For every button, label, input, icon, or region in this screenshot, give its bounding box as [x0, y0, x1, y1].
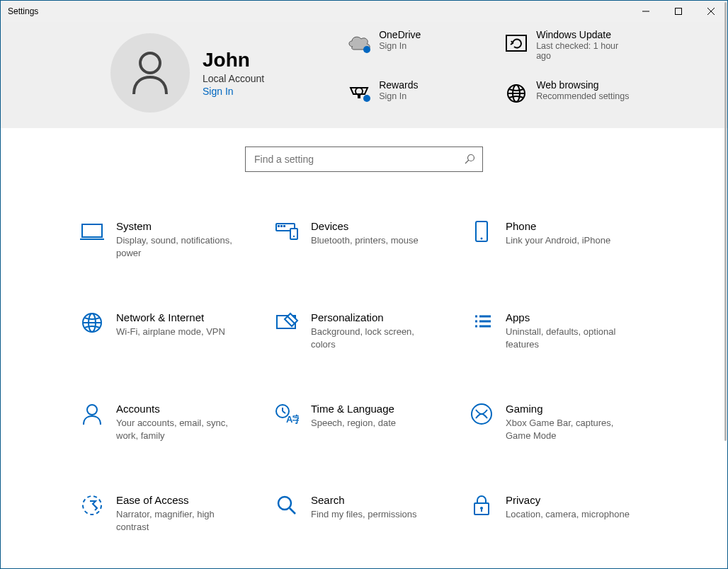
category-sub: Xbox Game Bar, captures, Game Mode	[506, 417, 630, 442]
svg-rect-15	[82, 224, 102, 237]
onedrive-icon	[342, 29, 376, 57]
svg-point-24	[481, 238, 483, 240]
apps-icon	[469, 310, 494, 335]
svg-rect-18	[278, 225, 280, 227]
scrollbar-thumb[interactable]	[724, 2, 727, 441]
quick-title: Rewards	[379, 79, 418, 91]
category-gaming[interactable]: Gaming Xbox Game Bar, captures, Game Mod…	[463, 396, 654, 449]
content-area: System Display, sound, notifications, po…	[1, 128, 727, 554]
category-title: Network & Internet	[116, 311, 225, 323]
category-system[interactable]: System Display, sound, notifications, po…	[74, 213, 265, 266]
quick-web-browsing[interactable]: Web browsing Recommended settings	[499, 79, 641, 113]
devices-icon	[274, 219, 300, 244]
svg-point-9	[363, 95, 370, 102]
privacy-icon	[469, 493, 494, 518]
account-header: John Local Account Sign In OneDrive Sign…	[1, 22, 727, 128]
avatar	[110, 33, 190, 113]
accounts-icon	[79, 401, 105, 427]
svg-point-22	[293, 236, 295, 237]
category-title: Search	[311, 494, 417, 506]
category-title: Time & Language	[311, 403, 396, 415]
svg-point-4	[140, 53, 160, 73]
category-apps[interactable]: Apps Uninstall, defaults, optional featu…	[463, 304, 654, 357]
category-accounts[interactable]: Accounts Your accounts, email, sync, wor…	[74, 396, 265, 449]
quick-title: Web browsing	[536, 79, 629, 91]
category-network[interactable]: Network & Internet Wi-Fi, airplane mode,…	[74, 304, 265, 357]
category-time-language[interactable]: A字 Time & Language Speech, region, date	[268, 396, 460, 449]
svg-rect-1	[676, 8, 682, 15]
svg-point-36	[87, 405, 97, 415]
category-devices[interactable]: Devices Bluetooth, printers, mouse	[268, 213, 460, 266]
profile-subtitle: Local Account	[203, 73, 264, 84]
svg-line-14	[465, 160, 469, 163]
user-icon	[130, 50, 171, 96]
category-phone[interactable]: Phone Link your Android, iPhone	[463, 213, 654, 266]
categories-grid: System Display, sound, notifications, po…	[74, 213, 654, 554]
close-icon	[707, 7, 715, 16]
window-title: Settings	[8, 6, 38, 16]
category-sub: Wi-Fi, airplane mode, VPN	[116, 326, 225, 338]
search-icon	[464, 154, 475, 165]
maximize-icon	[674, 7, 683, 16]
svg-point-5	[363, 46, 370, 53]
category-sub: Location, camera, microphone	[506, 508, 630, 521]
quick-cards: OneDrive Sign In Windows Update Last che…	[342, 29, 641, 113]
profile-block: John Local Account Sign In	[110, 33, 264, 113]
quick-title: Windows Update	[536, 29, 635, 40]
quick-rewards[interactable]: Rewards Sign In	[342, 79, 484, 113]
globe-icon	[499, 79, 533, 108]
category-privacy[interactable]: Privacy Location, camera, microphone	[463, 487, 654, 540]
quick-windows-update[interactable]: Windows Update Last checked: 1 hour ago	[499, 29, 641, 67]
category-personalization[interactable]: Personalization Background, lock screen,…	[268, 304, 460, 357]
personalization-icon	[274, 310, 300, 335]
update-icon	[499, 29, 533, 57]
category-sub: Bluetooth, printers, mouse	[311, 234, 419, 247]
category-title: Personalization	[311, 311, 436, 323]
maximize-button[interactable]	[662, 1, 695, 22]
category-sub: Background, lock screen, colors	[311, 326, 436, 350]
titlebar: Settings	[1, 1, 727, 22]
network-icon	[79, 310, 105, 335]
category-search[interactable]: Search Find my files, permissions	[268, 487, 460, 540]
search-input[interactable]	[253, 153, 464, 166]
quick-sub: Last checked: 1 hour ago	[536, 41, 635, 61]
svg-line-44	[290, 508, 295, 514]
scrollbar[interactable]	[723, 1, 727, 568]
svg-rect-19	[280, 225, 283, 227]
category-ease-of-access[interactable]: Ease of Access Narrator, magnifier, high…	[74, 487, 265, 540]
search-category-icon	[274, 493, 300, 518]
category-sub: Speech, region, date	[311, 417, 396, 430]
quick-sub: Sign In	[379, 41, 421, 51]
category-sub: Narrator, magnifier, high contrast	[116, 508, 241, 533]
quick-sub: Recommended settings	[536, 91, 629, 101]
quick-sub: Sign In	[379, 91, 418, 101]
category-title: System	[116, 220, 241, 232]
minimize-icon	[642, 7, 650, 16]
category-title: Ease of Access	[116, 494, 241, 506]
search-box[interactable]	[245, 146, 483, 172]
profile-sign-in-link[interactable]: Sign In	[203, 86, 234, 97]
quick-onedrive[interactable]: OneDrive Sign In	[342, 29, 484, 67]
minimize-button[interactable]	[630, 1, 662, 22]
system-icon	[79, 219, 105, 244]
category-sub: Uninstall, defaults, optional features	[506, 326, 630, 350]
ease-of-access-icon	[79, 493, 105, 518]
gaming-icon	[469, 401, 494, 427]
window-controls	[630, 1, 727, 22]
category-title: Gaming	[506, 403, 630, 415]
category-title: Devices	[311, 220, 419, 232]
settings-window: Settings John Local Account	[0, 0, 728, 569]
svg-rect-6	[506, 35, 526, 51]
svg-rect-8	[358, 94, 360, 98]
rewards-icon	[342, 79, 376, 108]
category-title: Accounts	[116, 403, 241, 415]
category-title: Privacy	[506, 494, 630, 506]
category-sub: Display, sound, notifications, power	[116, 234, 241, 259]
svg-point-43	[278, 497, 291, 510]
svg-text:A字: A字	[286, 414, 299, 425]
category-title: Phone	[506, 220, 610, 232]
profile-name: John	[203, 49, 264, 71]
svg-point-46	[480, 507, 483, 510]
svg-line-39	[283, 411, 285, 413]
category-title: Apps	[506, 311, 630, 323]
